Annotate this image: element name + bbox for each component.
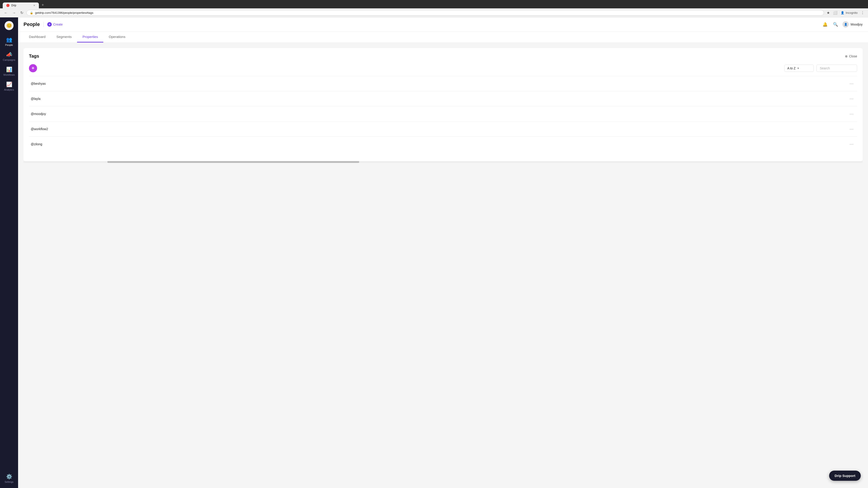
chevron-down-icon: ▾ bbox=[798, 67, 799, 70]
tag-name: @layla bbox=[31, 97, 848, 101]
search-button[interactable]: 🔍 bbox=[832, 21, 839, 28]
main-content: People + Create 🔔 🔍 👤 Moodjoy Dashboard bbox=[18, 18, 868, 488]
content-area: Tags ⊗ Close + A to Z ▾ bbox=[18, 43, 868, 488]
sidebar-item-label: Analytics bbox=[4, 88, 14, 91]
plus-circle-icon: + bbox=[47, 22, 52, 27]
tag-menu-button[interactable]: ⋯ bbox=[848, 95, 855, 102]
settings-icon: ⚙️ bbox=[6, 474, 12, 480]
extensions-icon[interactable]: ⬜ bbox=[832, 10, 838, 16]
tag-name: @workflow2 bbox=[31, 127, 848, 131]
sidebar-item-analytics[interactable]: 📈 Analytics bbox=[1, 79, 17, 93]
nav-back-button[interactable]: ← bbox=[3, 10, 9, 15]
sort-dropdown[interactable]: A to Z ▾ bbox=[784, 65, 814, 72]
scrollbar-thumb[interactable] bbox=[107, 161, 359, 163]
menu-icon[interactable]: ⋮ bbox=[860, 10, 865, 16]
nav-refresh-button[interactable]: ↻ bbox=[19, 10, 25, 15]
tag-menu-button[interactable]: ⋯ bbox=[848, 141, 855, 148]
search-input-wrap bbox=[816, 65, 857, 72]
analytics-icon: 📈 bbox=[6, 82, 12, 88]
app-logo[interactable]: 😊 bbox=[4, 21, 13, 30]
tags-toolbar: + A to Z ▾ bbox=[29, 64, 857, 72]
url-text: getdrip.com/7641396/people/properties#ta… bbox=[35, 11, 93, 14]
sidebar: 😊 👥 People 📣 Campaigns 📊 Workflows 📈 Ana… bbox=[0, 18, 18, 488]
page-title: People bbox=[24, 22, 40, 27]
sidebar-item-label: People bbox=[5, 43, 13, 46]
address-bar[interactable]: 🔒 getdrip.com/7641396/people/properties#… bbox=[26, 10, 824, 15]
people-icon: 👥 bbox=[6, 37, 12, 43]
tag-name: @zilong bbox=[31, 142, 848, 146]
close-icon: ⊗ bbox=[845, 55, 848, 58]
header: People + Create 🔔 🔍 👤 Moodjoy bbox=[18, 18, 868, 32]
close-button[interactable]: ⊗ Close bbox=[845, 55, 857, 58]
nav-forward-button[interactable]: → bbox=[11, 10, 17, 15]
logo-icon: 😊 bbox=[6, 23, 12, 28]
sort-value: A to Z bbox=[787, 66, 796, 70]
create-button[interactable]: + Create bbox=[47, 22, 63, 27]
tab-properties[interactable]: Properties bbox=[77, 32, 103, 42]
campaigns-icon: 📣 bbox=[6, 52, 12, 58]
user-circle-icon: 👤 bbox=[841, 11, 844, 14]
tag-name: @moodjoy bbox=[31, 112, 848, 116]
table-row: @moodjoy ⋯ bbox=[29, 106, 857, 122]
sidebar-item-label: Workflows bbox=[3, 73, 15, 76]
tag-name: @beshyas bbox=[31, 82, 848, 86]
new-tab-button[interactable]: + bbox=[40, 2, 46, 8]
sidebar-item-settings[interactable]: ⚙️ Settings bbox=[1, 471, 17, 486]
tags-container: Tags ⊗ Close + A to Z ▾ bbox=[24, 48, 863, 161]
user-menu-button[interactable]: 👤 Moodjoy bbox=[842, 21, 863, 28]
user-name: Moodjoy bbox=[850, 23, 863, 26]
notification-button[interactable]: 🔔 bbox=[822, 21, 829, 28]
tab-segments[interactable]: Segments bbox=[51, 32, 77, 42]
active-tab[interactable]: 🔴 Drip ✕ bbox=[3, 2, 39, 8]
tab-favicon: 🔴 bbox=[6, 4, 9, 7]
tab-title: Drip bbox=[11, 4, 31, 7]
drip-support-button[interactable]: Drip Support bbox=[829, 470, 861, 481]
tag-menu-button[interactable]: ⋯ bbox=[848, 80, 855, 87]
tab-close-button[interactable]: ✕ bbox=[33, 4, 35, 7]
tab-dashboard[interactable]: Dashboard bbox=[24, 32, 51, 42]
tag-menu-button[interactable]: ⋯ bbox=[848, 110, 855, 117]
incognito-button[interactable]: 👤 Incognito bbox=[840, 10, 859, 15]
tags-title: Tags bbox=[29, 54, 39, 59]
sidebar-item-campaigns[interactable]: 📣 Campaigns bbox=[1, 50, 17, 64]
tag-menu-button[interactable]: ⋯ bbox=[848, 126, 855, 132]
horizontal-scrollbar[interactable] bbox=[24, 161, 863, 163]
sidebar-settings-label: Settings bbox=[4, 481, 13, 483]
table-row: @beshyas ⋯ bbox=[29, 76, 857, 91]
tag-list: @beshyas ⋯ @layla ⋯ @moodjoy ⋯ @workflow… bbox=[29, 76, 857, 152]
sidebar-item-workflows[interactable]: 📊 Workflows bbox=[1, 64, 17, 78]
search-input[interactable] bbox=[816, 65, 857, 72]
table-row: @zilong ⋯ bbox=[29, 137, 857, 152]
table-row: @layla ⋯ bbox=[29, 91, 857, 106]
avatar: 👤 bbox=[842, 21, 849, 28]
sidebar-item-people[interactable]: 👥 People bbox=[1, 35, 17, 48]
tags-header: Tags ⊗ Close bbox=[29, 54, 857, 59]
table-row: @workflow2 ⋯ bbox=[29, 122, 857, 137]
nav-tabs: Dashboard Segments Properties Operations bbox=[18, 32, 868, 43]
add-tag-button[interactable]: + bbox=[29, 64, 37, 72]
workflows-icon: 📊 bbox=[6, 67, 12, 72]
lock-icon: 🔒 bbox=[30, 11, 33, 14]
sidebar-item-label: Campaigns bbox=[3, 59, 16, 61]
drip-support-label: Drip Support bbox=[835, 474, 855, 478]
tab-operations[interactable]: Operations bbox=[103, 32, 131, 42]
create-label: Create bbox=[53, 23, 63, 26]
bookmark-icon[interactable]: ★ bbox=[826, 10, 831, 16]
